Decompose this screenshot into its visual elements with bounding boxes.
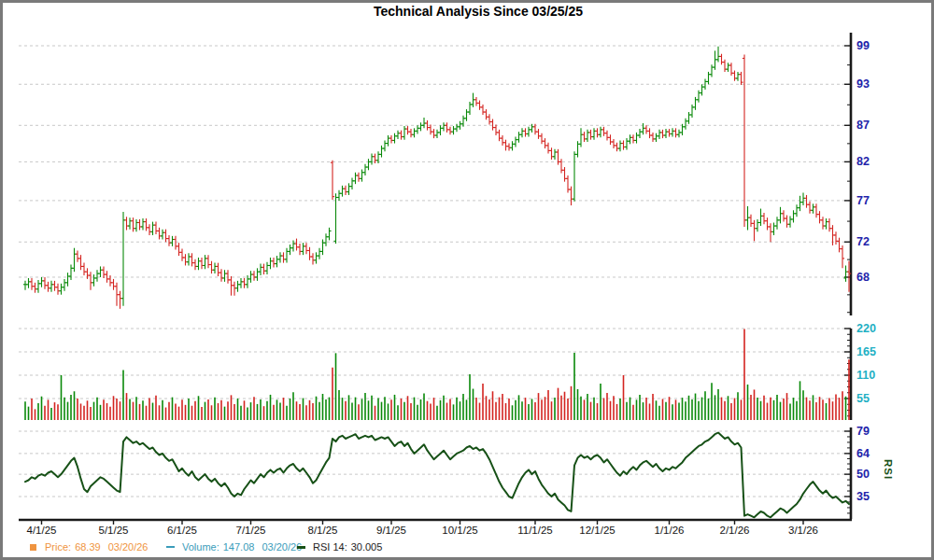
- rsi-axis-tick-label: 35: [856, 490, 870, 503]
- volume-axis-tick-label: 110: [856, 369, 875, 382]
- date-label: 2/1/26: [720, 525, 750, 536]
- technical-analysis-chart: Technical Analysis Since 03/25/25 999387…: [0, 0, 934, 560]
- price-axis-tick-label: 77: [856, 194, 870, 207]
- rsi-axis-title-text: RSI: [883, 459, 894, 480]
- price-axis-tick-label: 93: [856, 77, 870, 91]
- legend-rsi: RSI 14: 30.005: [297, 541, 382, 553]
- rsi-swatch-icon: [297, 546, 305, 549]
- ohlc-bars: [23, 47, 851, 309]
- legend-price: Price: 68.39 03/20/26: [30, 541, 148, 553]
- volume-swatch-icon: [166, 546, 175, 548]
- date-label: 5/1/25: [99, 525, 129, 536]
- price-axis-tick-label: 72: [856, 235, 870, 248]
- legend: Price: 68.39 03/20/26 Volume: 147.08 03/…: [0, 541, 934, 556]
- date-label: 4/1/25: [27, 525, 57, 536]
- legend-volume-label: Volume:: [182, 541, 219, 553]
- volume-axis-tick-label: 220: [856, 322, 876, 335]
- volume-axis-tick-label: 165: [856, 345, 876, 358]
- legend-volume-value: 147.08: [223, 541, 255, 553]
- date-label: 1/1/26: [655, 525, 685, 536]
- volume-bars: [25, 329, 849, 420]
- legend-volume-date: 03/20/26: [262, 541, 302, 553]
- rsi-axis-tick-label: 64: [856, 447, 870, 460]
- date-label: 6/1/25: [167, 525, 197, 536]
- price-axis-tick-label: 87: [856, 119, 870, 132]
- rsi-axis-tick-label: 79: [856, 425, 870, 438]
- legend-price-value: 68.39: [75, 541, 101, 553]
- date-label: 8/1/25: [308, 525, 338, 536]
- date-label: 3/1/26: [788, 525, 818, 536]
- legend-price-label: Price:: [45, 541, 71, 553]
- x-axis: 4/1/255/1/256/1/257/1/258/1/259/1/2510/1…: [19, 520, 852, 536]
- legend-rsi-label: RSI 14:: [313, 541, 347, 553]
- legend-volume: Volume: 147.08 03/20/26: [166, 541, 302, 553]
- volume-axis-tick-label: 55: [856, 392, 870, 405]
- gridlines: [19, 46, 850, 497]
- date-label: 12/1/25: [579, 525, 615, 536]
- date-label: 7/1/25: [236, 525, 266, 536]
- chart-canvas: 999387827772682201651105579645035RSI4/1/…: [0, 0, 934, 560]
- rsi-line-path: [25, 433, 849, 518]
- price-axis-tick-label: 99: [856, 39, 870, 52]
- price-axis-tick-label: 82: [856, 155, 870, 168]
- price-swatch-icon: [30, 544, 36, 551]
- legend-rsi-value: 30.005: [351, 541, 383, 553]
- date-label: 9/1/25: [376, 525, 406, 536]
- rsi-axis: 79645035: [844, 425, 870, 519]
- rsi-axis-title: RSI: [883, 459, 894, 480]
- legend-price-date: 03/20/26: [108, 541, 149, 553]
- date-label: 10/1/25: [442, 525, 477, 536]
- rsi-axis-tick-label: 50: [856, 468, 870, 481]
- date-label: 11/1/25: [517, 525, 553, 536]
- price-axis-tick-label: 68: [856, 271, 870, 284]
- price-axis: 99938782777268: [844, 33, 870, 315]
- rsi-line: [25, 433, 849, 518]
